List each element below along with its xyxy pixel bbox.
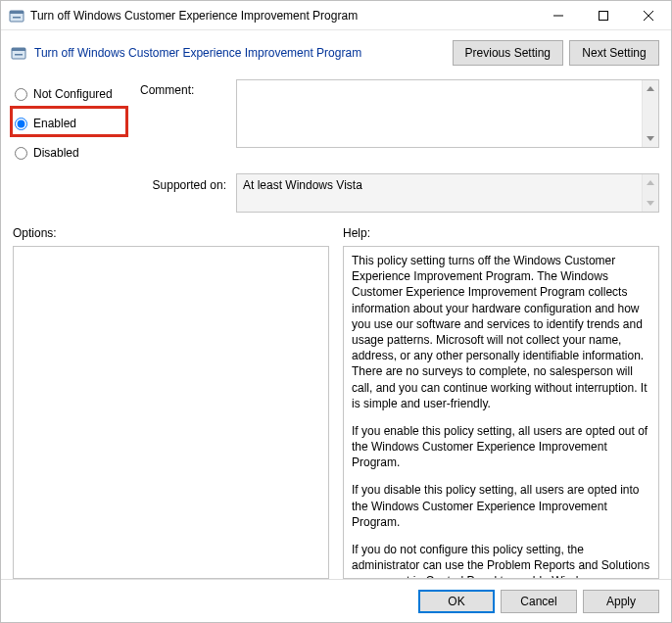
- body: Not Configured Enabled Disabled Comment:: [1, 73, 671, 579]
- svg-rect-5: [12, 48, 25, 51]
- ok-button[interactable]: OK: [418, 590, 495, 613]
- radio-disabled[interactable]: Disabled: [13, 138, 128, 168]
- apply-button[interactable]: Apply: [583, 590, 659, 613]
- help-panel[interactable]: This policy setting turns off the Window…: [343, 246, 659, 579]
- radio-disabled-input[interactable]: [15, 147, 27, 160]
- svg-rect-3: [600, 11, 608, 20]
- svg-rect-6: [15, 54, 23, 56]
- comment-textarea[interactable]: [237, 80, 642, 147]
- help-paragraph: If you do not configure this policy sett…: [352, 542, 650, 579]
- options-panel: [13, 246, 329, 579]
- help-column: Help: This policy setting turns off the …: [343, 226, 659, 579]
- radio-not-configured[interactable]: Not Configured: [13, 79, 128, 109]
- help-paragraph: If you disable this policy setting, all …: [352, 482, 650, 530]
- minimize-button[interactable]: [536, 1, 581, 30]
- close-button[interactable]: [626, 1, 671, 30]
- comment-label: Comment:: [140, 79, 226, 97]
- radio-not-configured-input[interactable]: [15, 88, 27, 101]
- svg-rect-2: [13, 17, 21, 19]
- scroll-down-icon: [643, 195, 658, 212]
- scroll-down-icon[interactable]: [643, 130, 658, 147]
- footer: OK Cancel Apply: [1, 579, 671, 622]
- maximize-button[interactable]: [581, 1, 626, 30]
- policy-icon: [11, 45, 26, 61]
- supported-row: Supported on: At least Windows Vista: [140, 173, 659, 213]
- help-paragraph: If you enable this policy setting, all u…: [352, 423, 650, 471]
- radio-disabled-label: Disabled: [33, 146, 79, 160]
- comment-box: [236, 79, 659, 148]
- panels-row: Options: Help: This policy setting turns…: [13, 226, 659, 579]
- policy-title: Turn off Windows Customer Experience Imp…: [34, 46, 447, 60]
- help-label: Help:: [343, 226, 659, 240]
- window-title: Turn off Windows Customer Experience Imp…: [30, 9, 536, 23]
- radio-enabled-input[interactable]: [15, 118, 27, 130]
- options-column: Options:: [13, 226, 329, 579]
- supported-scrollbar: [642, 174, 658, 212]
- next-setting-button[interactable]: Next Setting: [569, 40, 659, 66]
- gpo-editor-window: Turn off Windows Customer Experience Imp…: [0, 0, 672, 623]
- top-row: Not Configured Enabled Disabled Comment:: [13, 79, 659, 168]
- comment-scrollbar[interactable]: [642, 80, 658, 147]
- previous-setting-button[interactable]: Previous Setting: [453, 40, 563, 66]
- scroll-up-icon: [643, 174, 658, 191]
- supported-value: At least Windows Vista: [237, 174, 642, 212]
- radio-enabled-label: Enabled: [33, 117, 76, 130]
- app-icon: [9, 8, 24, 24]
- svg-rect-1: [10, 11, 24, 14]
- comment-column: Comment:: [140, 79, 659, 168]
- supported-box: At least Windows Vista: [236, 173, 659, 213]
- state-radio-group: Not Configured Enabled Disabled: [13, 79, 128, 168]
- titlebar: Turn off Windows Customer Experience Imp…: [1, 1, 671, 30]
- radio-not-configured-label: Not Configured: [33, 87, 113, 101]
- comment-row: Comment:: [140, 79, 659, 148]
- radio-enabled[interactable]: Enabled: [13, 109, 128, 138]
- help-paragraph: This policy setting turns off the Window…: [352, 253, 650, 411]
- subheader: Turn off Windows Customer Experience Imp…: [1, 30, 671, 73]
- options-label: Options:: [13, 226, 329, 240]
- cancel-button[interactable]: Cancel: [501, 590, 577, 613]
- scroll-up-icon[interactable]: [643, 80, 658, 97]
- supported-label: Supported on:: [140, 173, 226, 192]
